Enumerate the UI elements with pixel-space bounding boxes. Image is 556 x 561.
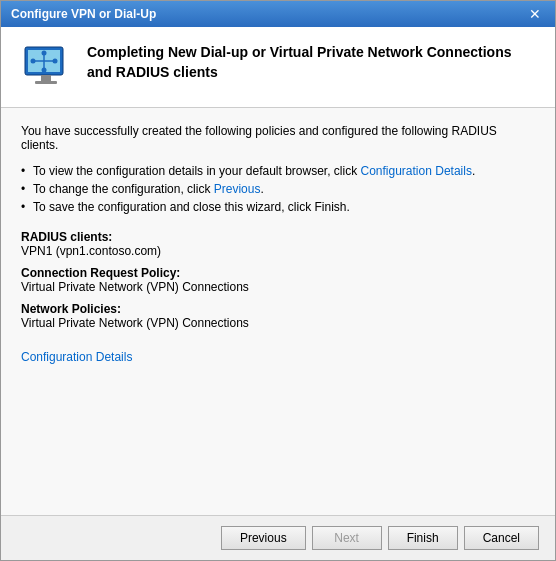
svg-point-8 (53, 59, 58, 64)
bullet-item-1: To view the configuration details in you… (21, 164, 535, 178)
dialog-window: Configure VPN or Dial-Up ✕ Comp (0, 0, 556, 561)
finish-button[interactable]: Finish (388, 526, 458, 550)
header-area: Completing New Dial-up or Virtual Privat… (1, 27, 555, 108)
config-details-link[interactable]: Configuration Details (21, 350, 132, 364)
cancel-button[interactable]: Cancel (464, 526, 539, 550)
title-bar-text: Configure VPN or Dial-Up (11, 7, 156, 21)
summary-section: RADIUS clients: VPN1 (vpn1.contoso.com) … (21, 230, 535, 330)
content-area: You have successfully created the follow… (1, 108, 555, 515)
wizard-icon (21, 43, 71, 93)
close-button[interactable]: ✕ (525, 7, 545, 21)
radius-value: VPN1 (vpn1.contoso.com) (21, 244, 535, 258)
summary-crp: Connection Request Policy: Virtual Priva… (21, 266, 535, 294)
header-title: Completing New Dial-up or Virtual Privat… (87, 43, 535, 82)
bullet-1-text: To view the configuration details in you… (33, 164, 361, 178)
summary-np: Network Policies: Virtual Private Networ… (21, 302, 535, 330)
summary-radius: RADIUS clients: VPN1 (vpn1.contoso.com) (21, 230, 535, 258)
np-value: Virtual Private Network (VPN) Connection… (21, 316, 535, 330)
crp-label: Connection Request Policy: (21, 266, 535, 280)
radius-label: RADIUS clients: (21, 230, 535, 244)
config-link-area: Configuration Details (21, 350, 535, 364)
config-details-link-inline[interactable]: Configuration Details (361, 164, 472, 178)
title-bar: Configure VPN or Dial-Up ✕ (1, 1, 555, 27)
footer: Previous Next Finish Cancel (1, 515, 555, 560)
previous-link-inline[interactable]: Previous (214, 182, 261, 196)
bullet-item-3: To save the configuration and close this… (21, 200, 535, 214)
bullet-3-text: To save the configuration and close this… (33, 200, 350, 214)
bullet-list: To view the configuration details in you… (21, 164, 535, 214)
np-label: Network Policies: (21, 302, 535, 316)
crp-value: Virtual Private Network (VPN) Connection… (21, 280, 535, 294)
bullet-2-text: To change the configuration, click (33, 182, 214, 196)
svg-point-7 (31, 59, 36, 64)
svg-point-9 (42, 68, 47, 73)
svg-rect-3 (35, 81, 57, 84)
title-bar-left: Configure VPN or Dial-Up (11, 7, 156, 21)
svg-rect-2 (41, 75, 51, 81)
intro-text: You have successfully created the follow… (21, 124, 535, 152)
next-button[interactable]: Next (312, 526, 382, 550)
bullet-item-2: To change the configuration, click Previ… (21, 182, 535, 196)
previous-button[interactable]: Previous (221, 526, 306, 550)
svg-point-6 (42, 51, 47, 56)
